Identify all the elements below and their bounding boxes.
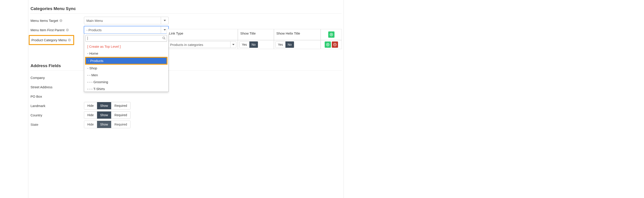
th-link-type: Link Type [166,29,238,40]
chevron-down-icon [230,42,236,48]
td-show-helix-title: Yes No [274,40,321,49]
label-company: Company [30,76,84,80]
label-product-category-menu: Product Category Menu i [29,35,74,45]
add-row-button[interactable] [328,32,334,38]
divider [30,13,341,14]
toggle-country[interactable]: Hide Show Required [84,111,130,119]
toggle-show-helix-title[interactable]: Yes No [276,41,294,48]
toggle-landmark[interactable]: Hide Show Required [84,102,130,109]
th-show-helix-title: Show Helix Title [274,29,321,40]
svg-line-1 [164,39,166,40]
toggle-hide[interactable]: Hide [84,121,97,128]
label-text: Country [30,113,42,117]
toggle-hide[interactable]: Hide [84,111,97,119]
row-state: State Hide Show Required [30,120,341,129]
toggle-no[interactable]: No [286,42,294,48]
row-country: Country Hide Show Required [30,111,341,119]
dropdown-item-products[interactable]: - Products [85,57,168,65]
remove-row-button[interactable] [332,42,338,48]
dropdown-item-grooming[interactable]: - - - Grooming [84,79,168,85]
info-icon[interactable]: i [60,19,62,22]
dropdown-item-tshirts[interactable]: - - - T-Shirts [84,85,168,92]
row-company: Company [30,73,341,82]
label-menu-item-first-parent: Menu Item First Parent i [30,28,84,32]
toggle-required[interactable]: Required [111,121,130,128]
dropdown-item-create-top-level[interactable]: [ Create as Top Level ] [84,43,168,50]
select-link-type[interactable]: Products in categories [168,41,236,48]
product-category-menu-table: Link Type Show Title Show Helix Title Pr… [166,29,342,49]
toggle-no[interactable]: No [250,42,258,48]
chevron-down-icon [161,17,168,24]
dropdown-panel-first-parent: [ Create as Top Level ] - Home - Product… [84,34,168,92]
section-title-address: Address Fields [30,57,341,70]
select-menu-items-target[interactable]: Main Menu [84,17,168,24]
label-text: Product Category Menu [32,38,66,42]
th-show-title: Show Title [238,29,274,40]
toggle-yes[interactable]: Yes [240,42,250,48]
dropdown-search[interactable] [86,35,167,42]
toggle-state[interactable]: Hide Show Required [84,121,130,128]
toggle-hide[interactable]: Hide [84,102,97,109]
select-value: Main Menu [86,19,103,23]
label-menu-items-target: Menu Items Target i [30,19,84,23]
dropdown-item-home[interactable]: - Home [84,50,168,57]
toggle-yes[interactable]: Yes [276,42,286,48]
row-menu-items-target: Menu Items Target i Main Menu [30,16,341,25]
label-text: Menu Item First Parent [30,28,64,32]
toggle-show-title[interactable]: Yes No [240,41,258,48]
toggle-show[interactable]: Show [97,111,111,119]
label-text: Menu Items Target [30,19,58,23]
add-row-button[interactable] [325,42,331,48]
dropdown-search-input[interactable] [88,37,160,40]
toggle-show[interactable]: Show [97,102,111,109]
toggle-show[interactable]: Show [97,121,111,128]
td-link-type: Products in categories [166,40,238,49]
select-menu-item-first-parent[interactable]: - Products [84,26,168,34]
info-icon[interactable]: i [66,29,69,32]
label-po-box: PO Box [30,95,84,98]
label-text: Landmark [30,104,46,108]
th-link-type-text: Link Type [169,32,183,35]
dropdown-item-shop[interactable]: - Shop [84,65,168,72]
search-icon [162,37,166,40]
section-title-categories: Categories Menu Sync [30,0,341,13]
th-actions [321,29,342,40]
label-text: Street Address [30,85,52,89]
row-landmark: Landmark Hide Show Required [30,101,341,110]
toggle-required[interactable]: Required [111,102,130,109]
th-show-helix-title-text: Show Helix Title [276,32,300,35]
th-show-title-text: Show Title [240,32,256,35]
dropdown-list[interactable]: [ Create as Top Level ] - Home - Product… [84,43,168,92]
svg-point-0 [163,37,165,39]
label-text: Company [30,76,45,80]
divider [30,70,341,71]
label-country: Country [30,113,84,117]
label-text: State [30,123,38,126]
td-actions [321,40,342,49]
label-landmark: Landmark [30,104,84,108]
dropdown-item-men[interactable]: - - Men [84,72,168,79]
info-icon[interactable]: i [68,39,71,42]
row-po-box: PO Box [30,92,341,101]
label-state: State [30,123,84,126]
td-show-title: Yes No [238,40,274,49]
row-street-address: Street Address [30,83,341,91]
toggle-required[interactable]: Required [111,111,130,119]
select-link-type-value: Products in categories [170,43,203,47]
label-street-address: Street Address [30,85,84,89]
select-value: - Products [86,28,102,32]
label-text: PO Box [30,95,42,98]
